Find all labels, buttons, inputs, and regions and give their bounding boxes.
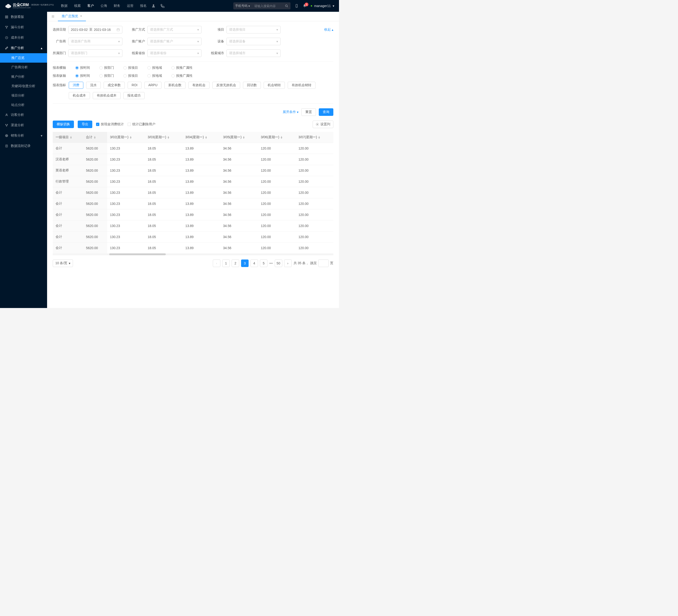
close-icon[interactable]: ✕ (80, 14, 82, 17)
reset-button[interactable]: 重置 (301, 108, 316, 116)
table-header[interactable]: 3/03(星期一)▲▼ (145, 132, 182, 143)
search-button[interactable] (282, 2, 291, 9)
page-jump-input[interactable] (318, 259, 329, 267)
nav-item[interactable]: 报名 (140, 4, 147, 8)
page-button[interactable]: 5 (260, 259, 267, 267)
user-icon[interactable] (151, 4, 156, 8)
sidebar-item[interactable]: 成本分析 (0, 33, 47, 43)
metric-tag[interactable]: 有效机会 (188, 82, 210, 89)
column-settings-button[interactable]: 设置列 (313, 120, 333, 128)
date-range-picker[interactable]: 2021-03-02 至 2021-03-16 (68, 26, 122, 33)
table-header[interactable]: 3/04(星期一)▲▼ (182, 132, 220, 143)
switch-button[interactable]: 横纵切换 (53, 120, 74, 128)
sidebar-item[interactable]: 访客分析 (0, 110, 47, 120)
metric-tag[interactable]: 反馈无效机会 (212, 82, 240, 89)
page-button[interactable]: 2 (232, 259, 239, 267)
metric-tag[interactable]: ROI (127, 82, 142, 89)
tab-promotion-overview[interactable]: 推广总预览 ✕ (58, 12, 86, 21)
horizontal-scrollbar[interactable] (53, 253, 333, 255)
nav-item[interactable]: 公海 (101, 4, 107, 8)
page-button[interactable]: 4 (251, 259, 258, 267)
sidebar-item[interactable]: 数据流转记录 (0, 141, 47, 151)
project-select[interactable]: 请选择项目▾ (226, 26, 280, 33)
mobile-icon[interactable] (295, 4, 299, 8)
table-header[interactable]: 3/05(星期一)▲▼ (220, 132, 258, 143)
advertiser-select[interactable]: 请选择广告商▾ (68, 38, 122, 45)
metric-tag[interactable]: 成交单数 (104, 82, 125, 89)
page-button[interactable]: 1 (222, 259, 230, 267)
tabs-menu-icon[interactable] (50, 15, 56, 18)
nav-item[interactable]: 运营 (127, 4, 134, 8)
table-cell: 5620.00 (83, 198, 107, 209)
nav-item[interactable]: 数据 (61, 4, 68, 8)
axis-radio[interactable]: 按部门 (99, 66, 114, 70)
sidebar-subitem[interactable]: 账户分析 (0, 72, 47, 81)
table-header[interactable]: 合计▲▼ (83, 132, 107, 143)
metric-tag[interactable]: 消费 (69, 82, 83, 89)
metric-tag[interactable]: 有效机会销转 (288, 82, 315, 89)
sidebar-item[interactable]: 销售分析▾ (0, 131, 47, 141)
phone-icon[interactable] (160, 4, 164, 8)
metric-tag[interactable]: 流水 (86, 82, 101, 89)
sort-icon: ▲▼ (129, 136, 132, 139)
city-select[interactable]: 请选择城市▾ (226, 49, 280, 57)
axis-radio[interactable]: 按推广属性 (172, 74, 193, 78)
query-button[interactable]: 查询 (319, 108, 333, 116)
table-header[interactable]: 3/02(星期一)▲▼ (107, 132, 145, 143)
metric-tag[interactable]: 有效机会成本 (93, 92, 120, 99)
axis-radio[interactable]: 按推广属性 (172, 66, 193, 70)
page-size-select[interactable]: 10 条/页▾ (53, 259, 73, 267)
search-type-select[interactable]: 手机号码 ▾ (233, 2, 252, 9)
table-header[interactable]: 3/07(星期一)▲▼ (296, 132, 333, 143)
axis-radio[interactable]: 按部门 (99, 74, 114, 78)
device-select[interactable]: 请选择设备▾ (226, 38, 280, 45)
header-label: 合计 (86, 135, 92, 139)
header-label: 一级项目 (55, 135, 69, 139)
sidebar-subitem[interactable]: 项目分析 (0, 91, 47, 100)
sidebar-subitem[interactable]: 广告商分析 (0, 63, 47, 72)
bell-icon[interactable]: 5 (303, 4, 306, 8)
sidebar-subitem[interactable]: 推广总览 (0, 53, 47, 63)
user-menu[interactable]: manager11 ▾ (311, 4, 334, 8)
nav-item[interactable]: 线索 (74, 4, 81, 8)
axis-radio[interactable]: 按时间 (75, 74, 90, 78)
method-select[interactable]: 请选择推广方式▾ (147, 26, 201, 33)
metric-tag[interactable]: 机会成本 (69, 92, 90, 99)
metric-tag[interactable]: ARPU (144, 82, 161, 89)
search-input[interactable] (252, 2, 282, 9)
metric-tag[interactable]: 报名成功 (123, 92, 145, 99)
department-select[interactable]: 请选择部门▾ (68, 49, 122, 57)
logo[interactable]: 云朵CRM 教育机构一站式服务云平台 www.yunduocrm.com (5, 3, 54, 9)
prev-page-button[interactable]: ‹ (213, 259, 220, 267)
axis-radio[interactable]: 按项目 (123, 74, 138, 78)
page-button[interactable]: 50 (275, 259, 282, 267)
axis-radio[interactable]: 按地域 (147, 74, 162, 78)
axis-radio[interactable]: 按地域 (147, 66, 162, 70)
sidebar-subitem[interactable]: 站点分析 (0, 100, 47, 110)
export-button[interactable]: 导出 (78, 120, 92, 128)
sidebar-item[interactable]: 漏斗分析 (0, 22, 47, 33)
metric-tag[interactable]: 机会销转 (264, 82, 285, 89)
deleted-users-checkbox[interactable]: 统计已删除用户 (127, 122, 155, 126)
page-button[interactable]: 3 (241, 259, 249, 267)
sidebar-subitem[interactable]: 关键词/创意分析 (0, 81, 47, 91)
sidebar-item[interactable]: 数据看版 (0, 12, 47, 22)
sidebar-item[interactable]: 推广分析▴ (0, 43, 47, 53)
scrollbar-thumb[interactable] (109, 253, 166, 255)
nav-item[interactable]: 客户 (87, 4, 94, 8)
next-page-button[interactable]: › (284, 259, 292, 267)
sidebar-item[interactable]: 渠道分析 (0, 120, 47, 131)
table-header[interactable]: 3/06(星期一)▲▼ (258, 132, 296, 143)
metric-tag[interactable]: 回访数 (243, 82, 261, 89)
axis-radio[interactable]: 按项目 (123, 66, 138, 70)
metric-tag[interactable]: 新机会数 (164, 82, 186, 89)
table-header[interactable]: 一级项目▲▼ (53, 132, 83, 143)
province-select[interactable]: 请选择省份▾ (147, 49, 201, 57)
radio-label: 按部门 (104, 74, 114, 78)
expand-conditions-link[interactable]: 展开条件▾ (283, 110, 299, 114)
nav-item[interactable]: 财务 (114, 4, 120, 8)
cash-stats-checkbox[interactable]: 按现金消费统计 (96, 122, 124, 126)
axis-radio[interactable]: 按时间 (75, 66, 90, 70)
collapse-link[interactable]: 收起▴ (324, 28, 333, 32)
account-select[interactable]: 请选择推广账户▾ (147, 38, 201, 45)
